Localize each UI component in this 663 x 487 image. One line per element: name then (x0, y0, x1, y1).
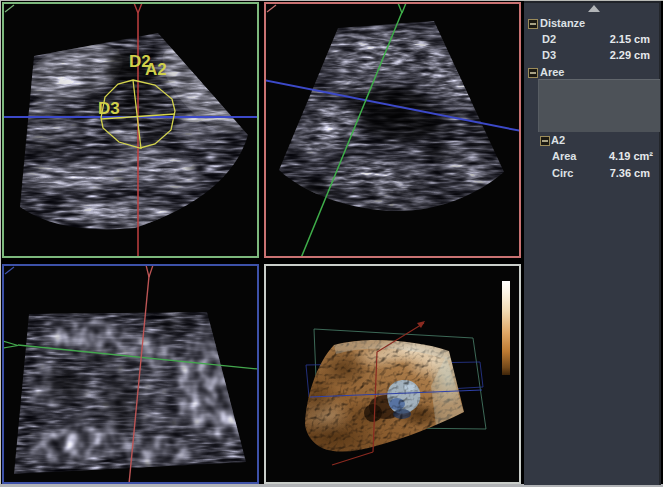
svg-text:A2: A2 (145, 60, 167, 79)
svg-text:D3: D3 (98, 99, 120, 118)
